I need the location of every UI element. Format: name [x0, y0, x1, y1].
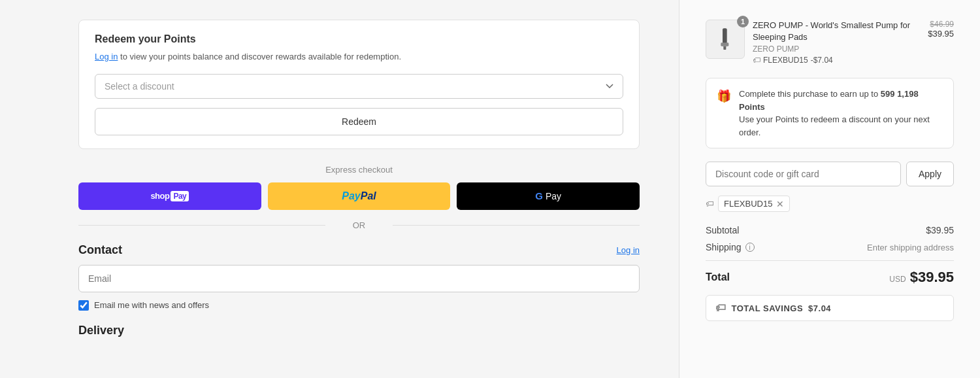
product-name: ZERO PUMP - World's Smallest Pump for Sl… [753, 20, 920, 43]
summary-divider [706, 260, 954, 261]
svg-rect-2 [723, 46, 726, 50]
product-price-col: $46.99 $39.95 [928, 20, 954, 39]
discount-code-input[interactable] [706, 162, 901, 186]
redeem-title: Redeem your Points [95, 33, 623, 45]
applied-code-value: FLEXBUD15 [724, 199, 772, 209]
svg-rect-0 [723, 28, 727, 43]
redeem-desc-text: to view your points balance and discover… [120, 52, 401, 61]
applied-code-tag: FLEXBUD15 ✕ [718, 196, 790, 212]
paypal-button[interactable]: PayPal [268, 182, 451, 210]
product-discount-code: FLEXBUD15 [763, 56, 808, 65]
email-news-label: Email me with news and offers [94, 300, 209, 310]
applied-code-row: 🏷 FLEXBUD15 ✕ [706, 196, 954, 212]
gpay-button[interactable]: GPay [457, 182, 640, 210]
remove-code-button[interactable]: ✕ [776, 199, 784, 209]
or-divider: OR [78, 220, 640, 230]
redeem-desc: Log in to view your points balance and d… [95, 50, 623, 63]
product-discount-tag: 🏷 FLEXBUD15 -$7.04 [753, 56, 920, 65]
gift-icon: 🎁 [717, 89, 731, 103]
shop-pay-button[interactable]: shopPay [78, 182, 261, 210]
email-input[interactable] [78, 265, 640, 292]
right-panel: 1 ZERO PUMP - World's Smallest Pump for … [679, 0, 980, 378]
email-news-checkbox[interactable] [78, 300, 89, 311]
total-value: USD $39.95 [889, 269, 954, 286]
svg-rect-1 [721, 43, 728, 46]
express-buttons: shopPay PayPal GPay [78, 182, 640, 210]
contact-login-link[interactable]: Log in [617, 245, 640, 255]
price-original: $46.99 [928, 20, 954, 29]
redeem-button[interactable]: Redeem [95, 108, 623, 135]
apply-button[interactable]: Apply [906, 162, 954, 186]
applied-tag-icon: 🏷 [706, 199, 714, 209]
earn-points-main: Complete this purchase to earn up to 599… [739, 88, 943, 113]
shipping-info-icon[interactable]: i [745, 243, 755, 252]
tag-icon: 🏷 [753, 56, 760, 65]
shipping-label: Shipping i [706, 242, 755, 252]
savings-amount: $7.04 [808, 303, 831, 313]
email-news-row: Email me with news and offers [78, 300, 640, 311]
product-badge: 1 [737, 16, 749, 27]
savings-label: TOTAL SAVINGS [732, 303, 804, 313]
price-current: $39.95 [928, 29, 954, 39]
product-row: 1 ZERO PUMP - World's Smallest Pump for … [706, 20, 954, 65]
subtotal-label: Subtotal [706, 225, 739, 235]
discount-row: Apply [706, 162, 954, 186]
left-panel: Redeem your Points Log in to view your p… [0, 0, 679, 378]
savings-icon: 🏷 [715, 302, 727, 314]
contact-title: Contact [78, 243, 122, 257]
redeem-box: Redeem your Points Log in to view your p… [78, 20, 640, 149]
shipping-value: Enter shipping address [867, 243, 954, 252]
shipping-row: Shipping i Enter shipping address [706, 242, 954, 252]
total-currency: USD [889, 275, 906, 284]
subtotal-value: $39.95 [926, 225, 954, 235]
product-info: ZERO PUMP - World's Smallest Pump for Sl… [753, 20, 920, 65]
earn-points-box: 🎁 Complete this purchase to earn up to 5… [706, 78, 954, 148]
subtotal-row: Subtotal $39.95 [706, 225, 954, 235]
paypal-label: PayPal [342, 190, 376, 202]
product-discount-amount: -$7.04 [811, 56, 833, 65]
earn-points-text: Complete this purchase to earn up to 599… [739, 88, 943, 139]
total-amount: $39.95 [910, 269, 954, 286]
select-discount[interactable]: Select a discount [95, 74, 623, 99]
contact-section-header: Contact Log in [78, 243, 640, 257]
product-image-wrap: 1 [706, 20, 745, 59]
gpay-label: GPay [535, 190, 561, 201]
delivery-title: Delivery [78, 324, 640, 337]
savings-row: 🏷 TOTAL SAVINGS $7.04 [706, 295, 954, 321]
product-brand: ZERO PUMP [753, 44, 920, 54]
shop-pay-label: shopPay [150, 191, 189, 201]
redeem-login-link[interactable]: Log in [95, 52, 118, 61]
earn-points-sub: Use your Points to redeem a discount on … [739, 113, 943, 139]
express-checkout-label: Express checkout [78, 165, 640, 175]
total-row: Total USD $39.95 [706, 269, 954, 286]
total-label: Total [706, 271, 730, 283]
